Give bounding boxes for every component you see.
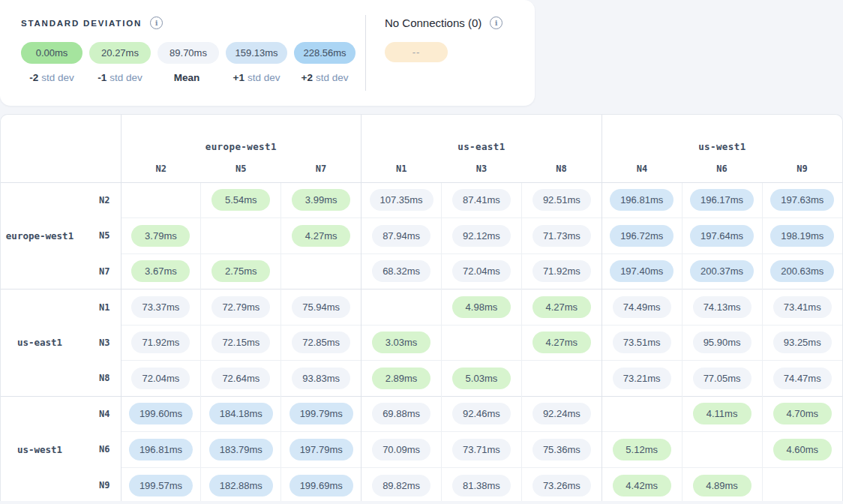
latency-pill[interactable]: 3.03ms — [372, 332, 430, 353]
latency-cell — [682, 432, 762, 468]
latency-pill[interactable]: 196.72ms — [610, 225, 674, 247]
latency-pill[interactable]: 89.82ms — [372, 475, 430, 496]
std-dev-legend: STANDARD DEVIATION i 0.00ms -2std dev 20… — [0, 0, 365, 106]
latency-pill[interactable]: 2.89ms — [372, 368, 430, 389]
latency-pill[interactable]: 77.05ms — [693, 368, 752, 389]
latency-matrix-card: europe-west1 us-east1 us-west1 N2 N5 N7 … — [0, 114, 843, 501]
latency-pill[interactable]: 197.64ms — [690, 225, 754, 247]
no-connections-title: No Connections (0) — [385, 16, 482, 29]
latency-cell: 71.92ms — [521, 254, 602, 290]
latency-cell — [362, 290, 442, 326]
legend-label-prefix: +2 — [302, 72, 313, 83]
latency-pill[interactable]: 200.37ms — [690, 260, 754, 282]
latency-pill[interactable]: 75.36ms — [532, 439, 591, 460]
latency-pill[interactable]: 71.73ms — [532, 225, 591, 247]
latency-pill[interactable]: 5.54ms — [212, 189, 270, 211]
latency-pill[interactable]: 75.94ms — [292, 296, 350, 318]
latency-pill[interactable]: 4.27ms — [532, 332, 591, 353]
col-node-header: N9 — [762, 155, 842, 182]
latency-pill[interactable]: 93.83ms — [292, 368, 350, 389]
latency-pill[interactable]: 87.41ms — [452, 189, 511, 211]
latency-pill[interactable]: 4.60ms — [773, 439, 832, 460]
std-dev-info-icon[interactable]: i — [150, 16, 163, 29]
latency-pill[interactable]: 196.81ms — [610, 189, 674, 211]
latency-pill[interactable]: 74.49ms — [613, 296, 671, 318]
latency-cell: 4.27ms — [521, 290, 602, 326]
row-node-label: N2 — [79, 182, 121, 218]
latency-pill[interactable]: 5.12ms — [613, 439, 671, 460]
latency-pill[interactable]: 73.71ms — [452, 439, 511, 460]
latency-pill[interactable]: 95.90ms — [693, 332, 752, 353]
latency-pill[interactable]: 184.18ms — [209, 403, 273, 424]
latency-pill[interactable]: 196.81ms — [129, 439, 193, 460]
latency-pill[interactable]: 197.40ms — [610, 260, 674, 282]
legend-pill: 0.00ms — [21, 42, 82, 64]
latency-pill[interactable]: 72.85ms — [292, 332, 350, 353]
latency-pill[interactable]: 74.47ms — [773, 368, 832, 389]
latency-pill[interactable]: 4.27ms — [292, 225, 350, 247]
latency-pill[interactable]: 197.79ms — [290, 439, 353, 460]
latency-pill[interactable]: 71.92ms — [532, 260, 591, 282]
row-node-label: N8 — [79, 361, 121, 397]
latency-cell: 69.88ms — [362, 396, 442, 432]
latency-pill[interactable]: 72.64ms — [212, 368, 270, 389]
latency-pill[interactable]: 73.21ms — [613, 368, 671, 389]
latency-cell: 89.82ms — [362, 467, 442, 501]
latency-pill[interactable]: 200.63ms — [770, 260, 834, 282]
latency-pill[interactable]: 92.24ms — [532, 403, 591, 424]
latency-pill[interactable]: 4.27ms — [532, 296, 591, 318]
latency-pill[interactable]: 4.70ms — [773, 403, 832, 424]
latency-pill[interactable]: 72.79ms — [212, 296, 270, 318]
latency-pill[interactable]: 107.35ms — [370, 189, 434, 211]
latency-pill[interactable]: 72.04ms — [452, 260, 511, 282]
latency-cell: 72.04ms — [442, 254, 522, 290]
latency-cell: 4.42ms — [602, 467, 682, 501]
latency-pill[interactable]: 183.79ms — [209, 439, 273, 460]
latency-pill[interactable]: 199.79ms — [290, 403, 353, 424]
latency-pill[interactable]: 71.92ms — [131, 332, 190, 353]
latency-pill[interactable]: 4.89ms — [693, 475, 752, 496]
no-connections-info-icon[interactable]: i — [490, 16, 502, 29]
row-group-label: europe-west1 — [1, 182, 79, 290]
latency-pill[interactable]: 199.57ms — [129, 475, 193, 496]
latency-pill[interactable]: 4.98ms — [452, 296, 511, 318]
latency-pill[interactable]: 93.25ms — [773, 332, 832, 353]
latency-pill[interactable]: 182.88ms — [209, 475, 273, 496]
latency-pill[interactable]: 69.88ms — [372, 403, 430, 424]
latency-pill[interactable]: 5.03ms — [452, 368, 511, 389]
latency-pill[interactable]: 73.37ms — [131, 296, 190, 318]
latency-cell: 4.27ms — [281, 218, 362, 254]
latency-pill[interactable]: 73.26ms — [532, 475, 591, 496]
latency-pill[interactable]: 92.51ms — [532, 189, 591, 211]
latency-pill[interactable]: 81.38ms — [452, 475, 511, 496]
latency-pill[interactable]: 70.09ms — [372, 439, 430, 460]
latency-pill[interactable]: 196.17ms — [690, 189, 754, 211]
latency-pill[interactable]: 92.12ms — [452, 225, 511, 247]
latency-pill[interactable]: 72.15ms — [212, 332, 270, 353]
latency-pill[interactable]: 68.32ms — [372, 260, 430, 282]
latency-pill[interactable]: 92.46ms — [452, 403, 511, 424]
latency-cell: 73.26ms — [521, 467, 602, 501]
latency-cell: 92.24ms — [521, 396, 602, 432]
latency-pill[interactable]: 72.04ms — [131, 368, 190, 389]
latency-pill[interactable]: 4.11ms — [693, 403, 752, 424]
col-node-header: N1 — [362, 155, 442, 182]
latency-pill[interactable]: 199.69ms — [290, 475, 353, 496]
latency-pill[interactable]: 199.60ms — [129, 403, 193, 424]
latency-pill[interactable]: 87.94ms — [372, 225, 430, 247]
latency-pill[interactable]: 73.51ms — [613, 332, 671, 353]
latency-pill[interactable]: 3.99ms — [292, 189, 350, 211]
latency-cell: 92.51ms — [521, 182, 602, 218]
latency-cell: 2.75ms — [201, 254, 281, 290]
latency-cell: 72.64ms — [201, 361, 281, 397]
latency-cell: 197.63ms — [762, 182, 842, 218]
latency-pill[interactable]: 2.75ms — [212, 260, 270, 282]
latency-pill[interactable]: 198.19ms — [770, 225, 834, 247]
latency-pill[interactable]: 4.42ms — [613, 475, 671, 496]
latency-pill[interactable]: 197.63ms — [770, 189, 834, 211]
latency-pill[interactable]: 74.13ms — [693, 296, 752, 318]
latency-pill[interactable]: 3.67ms — [131, 260, 190, 282]
latency-pill[interactable]: 3.79ms — [131, 225, 190, 247]
latency-pill[interactable]: 73.41ms — [773, 296, 832, 318]
latency-cell: 4.70ms — [762, 396, 842, 432]
